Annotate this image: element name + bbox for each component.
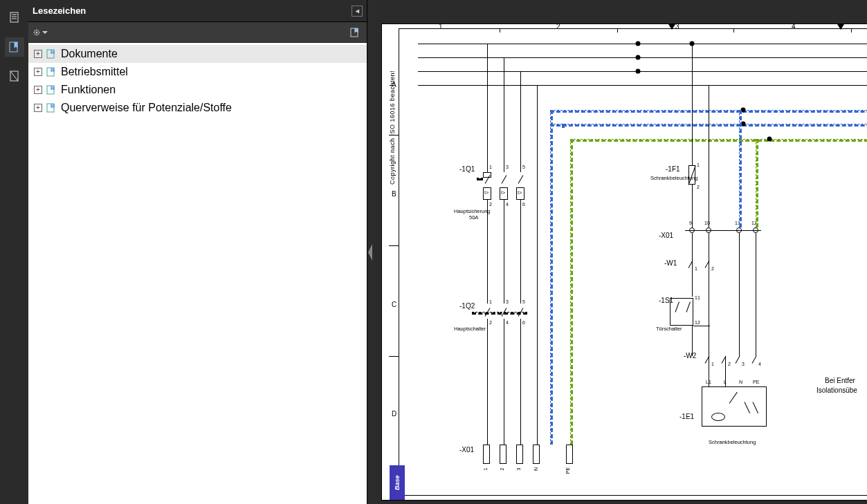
base-tag: Base — [390, 465, 405, 500]
svg-rect-0 — [10, 12, 18, 22]
x01b-tag: -X01 — [659, 232, 673, 239]
f1-tag: -1F1 — [666, 165, 680, 173]
tree-item-label: Querverweise für Potenziale/Stoffe — [61, 102, 232, 114]
x01a-tag: -X01 — [459, 446, 474, 454]
svg-line-15 — [35, 34, 35, 35]
w1-tag: -W1 — [664, 259, 677, 267]
tree-item-label: Funktionen — [61, 84, 116, 96]
tree-item-betriebsmittel[interactable]: + Betriebsmittel — [28, 63, 367, 81]
col-label: 1 — [439, 24, 443, 30]
row-label: C — [392, 301, 396, 308]
bookmark-icon — [45, 84, 57, 96]
drawing-sheet: 1 2 3 4 A B C D Copyright nach ISO 16016… — [381, 24, 867, 501]
s1-desc: Türschalter — [656, 326, 682, 332]
tree-item-querverweise[interactable]: + Querverweise für Potenziale/Stoffe — [28, 99, 367, 117]
f1-desc: Schrankbeleuchtung — [650, 175, 697, 181]
col-label: 3 — [675, 24, 679, 30]
bookmark-goto-button[interactable] — [347, 25, 363, 40]
svg-point-8 — [36, 31, 37, 32]
left-icon-rail — [0, 0, 28, 504]
bookmark-tree: + Dokumente + Betriebsmittel + Funktione… — [28, 43, 367, 504]
bookmark-panel: Lesezeichen + Dokumente + Betriebsmittel… — [28, 0, 367, 504]
triangle-marker-icon — [837, 24, 844, 30]
expand-icon[interactable]: + — [34, 86, 42, 94]
bookmark-options-button[interactable] — [33, 25, 48, 40]
bookmark-icon — [45, 102, 57, 114]
tree-item-label: Betriebsmittel — [61, 66, 128, 78]
q2-desc: Hauptschalter — [454, 326, 486, 332]
e1-desc: Schrankbeleuchtung — [709, 439, 756, 445]
q1-tag: -1Q1 — [459, 165, 475, 173]
col-label: 4 — [792, 24, 796, 30]
panel-resize-gutter[interactable] — [367, 0, 373, 504]
svg-line-16 — [38, 30, 39, 30]
row-label: D — [392, 410, 396, 418]
tree-item-dokumente[interactable]: + Dokumente — [28, 45, 367, 63]
svg-marker-22 — [368, 244, 372, 261]
q2-tag: -1Q2 — [459, 302, 475, 310]
drawing-viewport[interactable]: 1 2 3 4 A B C D Copyright nach ISO 16016… — [373, 0, 867, 504]
w2-tag: -W2 — [684, 352, 696, 360]
expand-icon[interactable]: + — [34, 50, 42, 58]
rail-thumbnails-button[interactable] — [5, 8, 24, 28]
col-label: 2 — [556, 24, 560, 30]
rail-attachments-button[interactable] — [5, 66, 24, 86]
svg-line-14 — [38, 34, 39, 35]
side-note-2: Isolationsübe — [816, 386, 857, 394]
tree-item-funktionen[interactable]: + Funktionen — [28, 81, 367, 99]
svg-line-6 — [10, 71, 18, 81]
side-note-1: Bei Entfer — [825, 377, 855, 384]
expand-icon[interactable]: + — [34, 68, 42, 76]
q1-desc2: 50A — [469, 214, 478, 221]
e1-tag: -1E1 — [679, 413, 694, 420]
rail-bookmarks-button[interactable] — [5, 37, 24, 57]
triangle-marker-icon — [668, 24, 675, 30]
panel-title: Lesezeichen — [33, 6, 86, 16]
column-header-row: 1 2 3 4 — [399, 24, 867, 32]
svg-line-13 — [35, 30, 35, 30]
panel-header: Lesezeichen — [28, 0, 367, 22]
expand-icon[interactable]: + — [34, 104, 42, 112]
panel-toolbar — [28, 22, 367, 43]
q1-desc: Hauptsicherung — [454, 208, 491, 214]
panel-collapse-button[interactable] — [352, 6, 363, 17]
row-label: B — [392, 190, 396, 198]
tree-item-label: Dokumente — [61, 48, 118, 60]
copyright-note: Copyright nach ISO 16016 beachten! — [389, 32, 397, 185]
bookmark-icon — [45, 66, 57, 78]
bookmark-icon — [45, 48, 57, 60]
